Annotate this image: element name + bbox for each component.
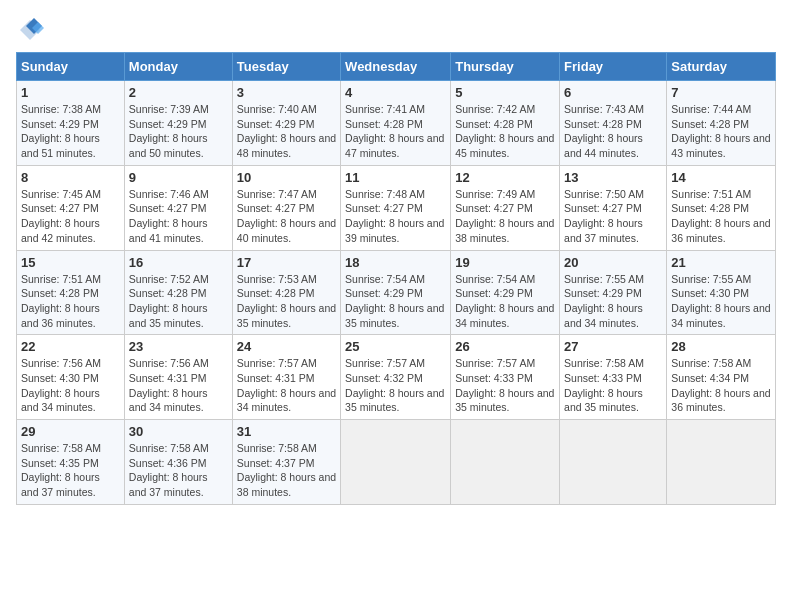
day-number: 23 [129,339,228,354]
day-info: Sunrise: 7:57 AM Sunset: 4:31 PM Dayligh… [237,356,336,415]
day-info: Sunrise: 7:56 AM Sunset: 4:31 PM Dayligh… [129,356,228,415]
calendar-cell: 12 Sunrise: 7:49 AM Sunset: 4:27 PM Dayl… [451,165,560,250]
day-number: 25 [345,339,446,354]
calendar-week-1: 1 Sunrise: 7:38 AM Sunset: 4:29 PM Dayli… [17,81,776,166]
day-info: Sunrise: 7:51 AM Sunset: 4:28 PM Dayligh… [21,272,120,331]
day-number: 2 [129,85,228,100]
calendar-cell [667,420,776,505]
day-info: Sunrise: 7:41 AM Sunset: 4:28 PM Dayligh… [345,102,446,161]
day-number: 4 [345,85,446,100]
day-number: 29 [21,424,120,439]
calendar-cell: 30 Sunrise: 7:58 AM Sunset: 4:36 PM Dayl… [124,420,232,505]
day-number: 13 [564,170,662,185]
calendar-cell: 14 Sunrise: 7:51 AM Sunset: 4:28 PM Dayl… [667,165,776,250]
day-info: Sunrise: 7:38 AM Sunset: 4:29 PM Dayligh… [21,102,120,161]
calendar-cell: 4 Sunrise: 7:41 AM Sunset: 4:28 PM Dayli… [341,81,451,166]
calendar-cell: 27 Sunrise: 7:58 AM Sunset: 4:33 PM Dayl… [560,335,667,420]
day-info: Sunrise: 7:57 AM Sunset: 4:32 PM Dayligh… [345,356,446,415]
calendar-cell: 21 Sunrise: 7:55 AM Sunset: 4:30 PM Dayl… [667,250,776,335]
day-info: Sunrise: 7:54 AM Sunset: 4:29 PM Dayligh… [345,272,446,331]
calendar-cell: 28 Sunrise: 7:58 AM Sunset: 4:34 PM Dayl… [667,335,776,420]
day-number: 11 [345,170,446,185]
day-number: 15 [21,255,120,270]
day-header-friday: Friday [560,53,667,81]
calendar-week-2: 8 Sunrise: 7:45 AM Sunset: 4:27 PM Dayli… [17,165,776,250]
day-number: 21 [671,255,771,270]
day-number: 22 [21,339,120,354]
calendar-cell: 26 Sunrise: 7:57 AM Sunset: 4:33 PM Dayl… [451,335,560,420]
day-info: Sunrise: 7:58 AM Sunset: 4:35 PM Dayligh… [21,441,120,500]
day-info: Sunrise: 7:58 AM Sunset: 4:34 PM Dayligh… [671,356,771,415]
day-number: 30 [129,424,228,439]
calendar-cell: 15 Sunrise: 7:51 AM Sunset: 4:28 PM Dayl… [17,250,125,335]
calendar-cell: 17 Sunrise: 7:53 AM Sunset: 4:28 PM Dayl… [232,250,340,335]
day-info: Sunrise: 7:55 AM Sunset: 4:30 PM Dayligh… [671,272,771,331]
day-number: 24 [237,339,336,354]
calendar-cell: 9 Sunrise: 7:46 AM Sunset: 4:27 PM Dayli… [124,165,232,250]
day-info: Sunrise: 7:46 AM Sunset: 4:27 PM Dayligh… [129,187,228,246]
day-info: Sunrise: 7:43 AM Sunset: 4:28 PM Dayligh… [564,102,662,161]
day-number: 10 [237,170,336,185]
calendar-cell: 24 Sunrise: 7:57 AM Sunset: 4:31 PM Dayl… [232,335,340,420]
day-number: 7 [671,85,771,100]
day-number: 18 [345,255,446,270]
calendar-cell: 20 Sunrise: 7:55 AM Sunset: 4:29 PM Dayl… [560,250,667,335]
day-info: Sunrise: 7:51 AM Sunset: 4:28 PM Dayligh… [671,187,771,246]
day-header-saturday: Saturday [667,53,776,81]
logo [16,16,48,44]
day-number: 3 [237,85,336,100]
day-info: Sunrise: 7:52 AM Sunset: 4:28 PM Dayligh… [129,272,228,331]
day-number: 20 [564,255,662,270]
calendar-cell: 1 Sunrise: 7:38 AM Sunset: 4:29 PM Dayli… [17,81,125,166]
day-info: Sunrise: 7:54 AM Sunset: 4:29 PM Dayligh… [455,272,555,331]
day-info: Sunrise: 7:42 AM Sunset: 4:28 PM Dayligh… [455,102,555,161]
day-info: Sunrise: 7:56 AM Sunset: 4:30 PM Dayligh… [21,356,120,415]
day-info: Sunrise: 7:45 AM Sunset: 4:27 PM Dayligh… [21,187,120,246]
day-info: Sunrise: 7:39 AM Sunset: 4:29 PM Dayligh… [129,102,228,161]
calendar-week-4: 22 Sunrise: 7:56 AM Sunset: 4:30 PM Dayl… [17,335,776,420]
calendar-cell: 7 Sunrise: 7:44 AM Sunset: 4:28 PM Dayli… [667,81,776,166]
calendar-cell [560,420,667,505]
day-info: Sunrise: 7:58 AM Sunset: 4:36 PM Dayligh… [129,441,228,500]
day-info: Sunrise: 7:58 AM Sunset: 4:33 PM Dayligh… [564,356,662,415]
day-number: 28 [671,339,771,354]
day-number: 1 [21,85,120,100]
page-header [16,16,776,44]
day-info: Sunrise: 7:47 AM Sunset: 4:27 PM Dayligh… [237,187,336,246]
day-number: 14 [671,170,771,185]
day-number: 19 [455,255,555,270]
day-number: 17 [237,255,336,270]
day-number: 6 [564,85,662,100]
calendar-cell: 31 Sunrise: 7:58 AM Sunset: 4:37 PM Dayl… [232,420,340,505]
calendar-cell: 22 Sunrise: 7:56 AM Sunset: 4:30 PM Dayl… [17,335,125,420]
day-number: 16 [129,255,228,270]
day-number: 9 [129,170,228,185]
day-number: 5 [455,85,555,100]
day-header-thursday: Thursday [451,53,560,81]
calendar-week-5: 29 Sunrise: 7:58 AM Sunset: 4:35 PM Dayl… [17,420,776,505]
day-info: Sunrise: 7:48 AM Sunset: 4:27 PM Dayligh… [345,187,446,246]
day-info: Sunrise: 7:49 AM Sunset: 4:27 PM Dayligh… [455,187,555,246]
calendar-cell: 5 Sunrise: 7:42 AM Sunset: 4:28 PM Dayli… [451,81,560,166]
calendar-cell: 2 Sunrise: 7:39 AM Sunset: 4:29 PM Dayli… [124,81,232,166]
day-info: Sunrise: 7:40 AM Sunset: 4:29 PM Dayligh… [237,102,336,161]
calendar-cell: 8 Sunrise: 7:45 AM Sunset: 4:27 PM Dayli… [17,165,125,250]
calendar-week-3: 15 Sunrise: 7:51 AM Sunset: 4:28 PM Dayl… [17,250,776,335]
calendar-cell [341,420,451,505]
day-info: Sunrise: 7:58 AM Sunset: 4:37 PM Dayligh… [237,441,336,500]
day-number: 26 [455,339,555,354]
calendar-cell: 10 Sunrise: 7:47 AM Sunset: 4:27 PM Dayl… [232,165,340,250]
calendar-cell: 13 Sunrise: 7:50 AM Sunset: 4:27 PM Dayl… [560,165,667,250]
calendar-cell [451,420,560,505]
day-number: 12 [455,170,555,185]
day-info: Sunrise: 7:50 AM Sunset: 4:27 PM Dayligh… [564,187,662,246]
logo-icon [16,16,44,44]
day-info: Sunrise: 7:57 AM Sunset: 4:33 PM Dayligh… [455,356,555,415]
day-header-sunday: Sunday [17,53,125,81]
day-number: 8 [21,170,120,185]
calendar-cell: 11 Sunrise: 7:48 AM Sunset: 4:27 PM Dayl… [341,165,451,250]
day-number: 27 [564,339,662,354]
calendar-cell: 18 Sunrise: 7:54 AM Sunset: 4:29 PM Dayl… [341,250,451,335]
calendar-cell: 6 Sunrise: 7:43 AM Sunset: 4:28 PM Dayli… [560,81,667,166]
day-info: Sunrise: 7:44 AM Sunset: 4:28 PM Dayligh… [671,102,771,161]
